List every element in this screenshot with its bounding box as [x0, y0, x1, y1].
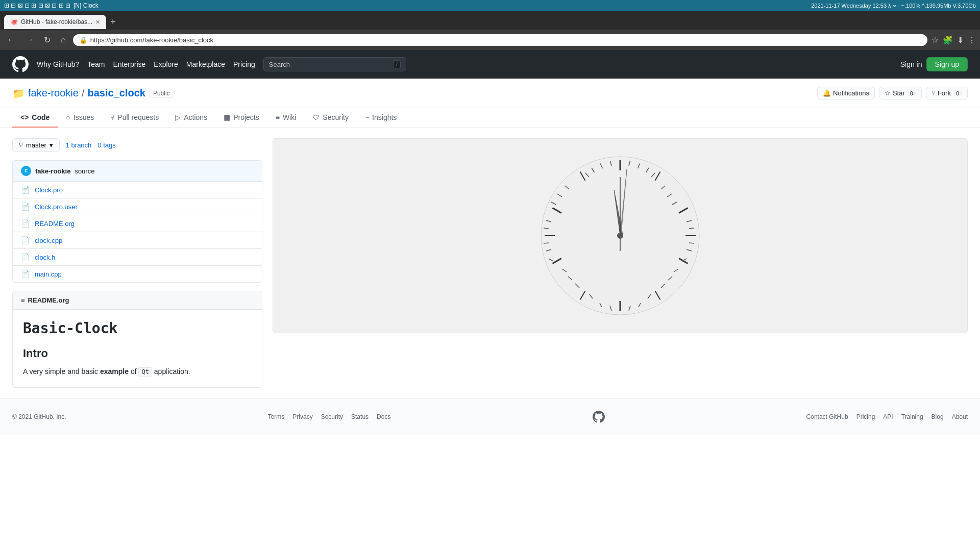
- github-nav: Why GitHub? Team Enterprise Explore Mark…: [37, 60, 255, 68]
- footer-link-terms[interactable]: Terms: [268, 413, 285, 420]
- tab-issues[interactable]: ○ Issues: [58, 108, 102, 128]
- tab-security[interactable]: 🛡 Security: [304, 108, 357, 128]
- settings-button[interactable]: ⋮: [968, 35, 976, 45]
- pr-icon: ⑂: [110, 113, 114, 121]
- file-link-clock-pro[interactable]: Clock.pro: [35, 186, 254, 194]
- os-bar-left: ⊞ ⊟ ⊠ ⊡ ⊞ ⊟ ⊠ ⊡ ⊞ ⊟ [N] Clock: [4, 2, 99, 9]
- footer: © 2021 GitHub, Inc. Terms Privacy Securi…: [0, 398, 980, 435]
- clock-svg: [533, 149, 707, 322]
- branch-icon: ⑂: [19, 141, 23, 149]
- star-button[interactable]: ☆ Star 0: [879, 87, 922, 99]
- file-link-clock-pro-user[interactable]: Clock.pro.user: [35, 203, 254, 211]
- footer-inner: © 2021 GitHub, Inc. Terms Privacy Securi…: [12, 411, 968, 423]
- bookmark-button[interactable]: ☆: [932, 35, 939, 45]
- home-button[interactable]: ⌂: [58, 34, 69, 45]
- right-panel: [273, 138, 968, 388]
- nav-explore[interactable]: Explore: [154, 60, 178, 68]
- main-content: ⑂ master ▾ 1 branch 0 tags F fake-rookie…: [0, 128, 980, 398]
- footer-link-security[interactable]: Security: [321, 413, 343, 420]
- os-bar-apps: ⊞ ⊟ ⊠ ⊡ ⊞ ⊟ ⊠ ⊡ ⊞ ⊟: [4, 2, 70, 9]
- address-bar[interactable]: 🔒 https://github.com/fake-rookie/basic_c…: [73, 34, 927, 46]
- tag-count-link[interactable]: 0 tags: [97, 141, 115, 149]
- footer-link-about[interactable]: About: [952, 413, 968, 420]
- readme-body: Basic-Clock Intro A very simple and basi…: [13, 310, 262, 387]
- tab-wiki-label: Wiki: [283, 113, 296, 121]
- file-link-clock-cpp[interactable]: clock.cpp: [35, 237, 254, 244]
- code-icon: <>: [20, 113, 29, 121]
- signin-button[interactable]: Sign in: [900, 60, 922, 68]
- readme-text-before: A very simple and basic: [23, 367, 100, 375]
- dropdown-icon: ▾: [50, 141, 53, 149]
- list-icon: ≡: [21, 296, 25, 304]
- svg-line-21: [689, 228, 694, 229]
- download-button[interactable]: ⬇: [957, 35, 964, 45]
- footer-link-docs[interactable]: Docs: [377, 413, 390, 420]
- github-header: Why GitHub? Team Enterprise Explore Mark…: [0, 50, 980, 79]
- tab-close-button[interactable]: ✕: [95, 19, 100, 26]
- tab-insights[interactable]: ~ Insights: [357, 108, 405, 128]
- file-list-header: F fake-rookie source: [13, 161, 262, 182]
- footer-center: [593, 411, 605, 423]
- readme-text: A very simple and basic example of Qt ap…: [23, 366, 252, 377]
- tab-pull-requests[interactable]: ⑂ Pull requests: [102, 108, 167, 128]
- visibility-badge: Public: [149, 89, 175, 98]
- footer-link-api[interactable]: API: [883, 413, 893, 420]
- nav-team[interactable]: Team: [87, 60, 105, 68]
- readme-header-label: README.org: [28, 296, 69, 304]
- refresh-button[interactable]: ↻: [41, 34, 54, 46]
- new-tab-button[interactable]: +: [108, 17, 118, 28]
- footer-link-pricing[interactable]: Pricing: [856, 413, 875, 420]
- notifications-button[interactable]: 🔔 Notifications: [817, 87, 875, 99]
- repo-actions: 🔔 Notifications ☆ Star 0 ⑂ Fork 0: [817, 87, 968, 99]
- file-row: 📄 Clock.pro: [13, 182, 262, 198]
- file-link-readme[interactable]: README.org: [35, 220, 254, 228]
- notifications-label: Notifications: [833, 89, 869, 97]
- nav-marketplace[interactable]: Marketplace: [186, 60, 225, 68]
- os-bar: ⊞ ⊟ ⊠ ⊡ ⊞ ⊟ ⊠ ⊡ ⊞ ⊟ [N] Clock 2021-11-17…: [0, 0, 980, 11]
- branch-count-link[interactable]: 1 branch: [66, 141, 92, 149]
- actions-icon: ▷: [175, 113, 181, 121]
- readme-code: Qt: [138, 367, 152, 377]
- breadcrumb-separator: /: [82, 87, 85, 99]
- copyright-text: © 2021 GitHub, Inc.: [12, 413, 66, 420]
- repo-name-link[interactable]: basic_clock: [88, 87, 145, 99]
- star-label: Star: [893, 89, 905, 97]
- branch-selector[interactable]: ⑂ master ▾: [12, 138, 60, 152]
- tab-code[interactable]: <> Code: [12, 108, 58, 128]
- tab-wiki[interactable]: ≡ Wiki: [267, 108, 305, 128]
- footer-link-privacy[interactable]: Privacy: [292, 413, 312, 420]
- footer-left-links: Terms Privacy Security Status Docs: [268, 413, 391, 420]
- file-link-main-cpp[interactable]: main.cpp: [35, 270, 254, 278]
- back-button[interactable]: ←: [4, 34, 18, 45]
- readme-text-bold: example: [100, 367, 129, 375]
- file-link-clock-h[interactable]: clock.h: [35, 254, 254, 261]
- nav-enterprise[interactable]: Enterprise: [113, 60, 145, 68]
- branch-meta: 1 branch 0 tags: [66, 141, 116, 149]
- file-row: 📄 clock.cpp: [13, 232, 262, 249]
- browser-tab[interactable]: 🐙 GitHub - fake-rookie/bas... ✕: [4, 15, 106, 29]
- avatar: F: [21, 166, 31, 176]
- tab-actions[interactable]: ▷ Actions: [167, 108, 215, 128]
- search-kbd: /: [393, 60, 401, 68]
- signup-button[interactable]: Sign up: [926, 57, 968, 71]
- footer-link-blog[interactable]: Blog: [932, 413, 944, 420]
- projects-icon: ▦: [224, 113, 230, 121]
- nav-why-github[interactable]: Why GitHub?: [37, 60, 79, 68]
- url-text: https://github.com/fake-rookie/basic_clo…: [90, 36, 921, 44]
- repo-owner-link[interactable]: fake-rookie: [28, 87, 79, 99]
- svg-line-39: [544, 243, 549, 243]
- footer-link-training[interactable]: Training: [901, 413, 923, 420]
- extensions-button[interactable]: 🧩: [943, 35, 953, 45]
- nav-pricing[interactable]: Pricing: [233, 60, 255, 68]
- tab-projects[interactable]: ▦ Projects: [215, 108, 267, 128]
- fork-button[interactable]: ⑂ Fork 0: [926, 87, 968, 99]
- branch-name: master: [26, 141, 46, 149]
- forward-button[interactable]: →: [22, 34, 37, 45]
- footer-link-status[interactable]: Status: [351, 413, 369, 420]
- tab-actions-label: Actions: [184, 113, 207, 121]
- svg-line-22: [689, 243, 694, 243]
- footer-link-contact[interactable]: Contact GitHub: [806, 413, 848, 420]
- nav-icons: ☆ 🧩 ⬇ ⋮: [932, 35, 976, 45]
- search-bar[interactable]: Search /: [263, 57, 406, 71]
- commit-user: fake-rookie: [35, 167, 70, 175]
